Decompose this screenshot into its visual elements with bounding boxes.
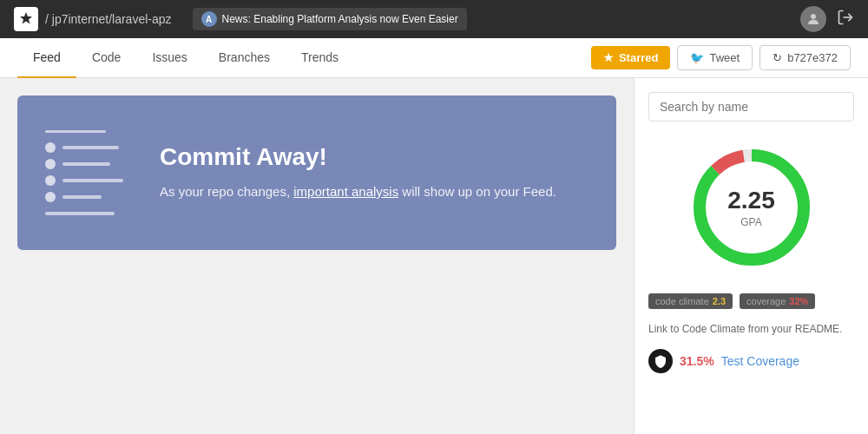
badge-cc-score: 2.3 xyxy=(713,296,726,306)
hero-list-item-2 xyxy=(45,159,132,169)
coverage-percentage: 31.5% xyxy=(680,354,714,368)
hero-list-item-3 xyxy=(45,175,132,186)
right-panel: 2.25 GPA code climate 2.3 coverage 32% L… xyxy=(634,78,868,434)
logo-area: / jp7internet/laravel-apz xyxy=(14,7,172,31)
coverage-row: 31.5% Test Coverage xyxy=(648,349,854,373)
hero-line-3 xyxy=(62,179,123,182)
starred-button[interactable]: ★ Starred xyxy=(591,46,671,69)
hero-title: Commit Away! xyxy=(160,143,556,171)
nav-right: ★ Starred 🐦 Tweet ↻ b727e372 xyxy=(591,45,851,70)
hero-card: Commit Away! As your repo changes, impor… xyxy=(17,95,616,250)
badge-code-climate[interactable]: code climate 2.3 xyxy=(648,293,733,309)
hero-description: As your repo changes, important analysis… xyxy=(160,181,556,202)
hero-line-bottom xyxy=(45,212,115,215)
hero-line-1 xyxy=(62,146,119,149)
hero-desc-after: will show up on your Feed. xyxy=(398,184,556,199)
left-panel: Commit Away! As your repo changes, impor… xyxy=(0,78,634,434)
secondary-nav: Feed Code Issues Branches Trends ★ Starr… xyxy=(0,38,868,78)
tab-feed[interactable]: Feed xyxy=(17,38,76,78)
gpa-value: 2.25 xyxy=(727,187,775,214)
hero-desc-before: As your repo changes, xyxy=(160,184,293,199)
twitter-icon: 🐦 xyxy=(690,51,704,64)
coverage-label: Test Coverage xyxy=(721,354,799,368)
hero-dot-2 xyxy=(45,159,56,169)
refresh-icon: ↻ xyxy=(773,51,782,64)
main-content: Commit Away! As your repo changes, impor… xyxy=(0,78,868,434)
hash-label: b727e372 xyxy=(787,51,838,64)
news-text: News: Enabling Platform Analysis now Eve… xyxy=(222,13,458,25)
tweet-button[interactable]: 🐦 Tweet xyxy=(677,45,753,70)
hero-dot-4 xyxy=(45,192,56,202)
hero-list-item-1 xyxy=(45,142,132,153)
tab-issues[interactable]: Issues xyxy=(136,38,202,78)
badge-cc-text: code climate xyxy=(655,296,709,306)
hash-button[interactable]: ↻ b727e372 xyxy=(760,45,851,70)
donut-center: 2.25 GPA xyxy=(727,187,775,228)
tweet-label: Tweet xyxy=(709,51,740,64)
badge-cov-score: 32% xyxy=(789,296,808,306)
hero-desc-link[interactable]: important analysis xyxy=(293,184,398,199)
hero-list-item-4 xyxy=(45,192,132,202)
top-bar: / jp7internet/laravel-apz A News: Enabli… xyxy=(0,0,868,38)
hero-dot xyxy=(45,142,56,153)
badge-cov-text: coverage xyxy=(746,296,786,306)
logo-icon xyxy=(14,7,38,31)
coverage-shield-icon xyxy=(648,349,673,373)
tab-trends[interactable]: Trends xyxy=(286,38,354,78)
svg-point-0 xyxy=(811,14,816,19)
hero-dot-3 xyxy=(45,175,56,186)
hero-text: Commit Away! As your repo changes, impor… xyxy=(160,143,556,202)
hero-illustration xyxy=(45,130,132,215)
avatar xyxy=(800,6,826,32)
tab-branches[interactable]: Branches xyxy=(203,38,286,78)
hero-line-4 xyxy=(62,195,102,199)
starred-label: Starred xyxy=(619,51,659,64)
gpa-container: 2.25 GPA xyxy=(648,135,854,279)
readme-link[interactable]: Link to Code Climate from your README. xyxy=(648,323,854,335)
news-badge[interactable]: A News: Enabling Platform Analysis now E… xyxy=(193,8,467,30)
hero-line-top xyxy=(45,130,106,133)
top-bar-right xyxy=(800,6,854,32)
repo-path: / jp7internet/laravel-apz xyxy=(45,12,172,26)
sign-out-icon[interactable] xyxy=(837,9,854,30)
hero-line-2 xyxy=(62,162,110,166)
news-icon: A xyxy=(201,11,217,27)
donut-chart: 2.25 GPA xyxy=(687,142,817,273)
badges-row: code climate 2.3 coverage 32% xyxy=(648,293,854,309)
tab-code[interactable]: Code xyxy=(76,38,136,78)
badge-coverage[interactable]: coverage 32% xyxy=(740,293,815,309)
star-icon: ★ xyxy=(603,51,614,64)
search-input[interactable] xyxy=(648,92,854,122)
gpa-label: GPA xyxy=(727,216,775,228)
